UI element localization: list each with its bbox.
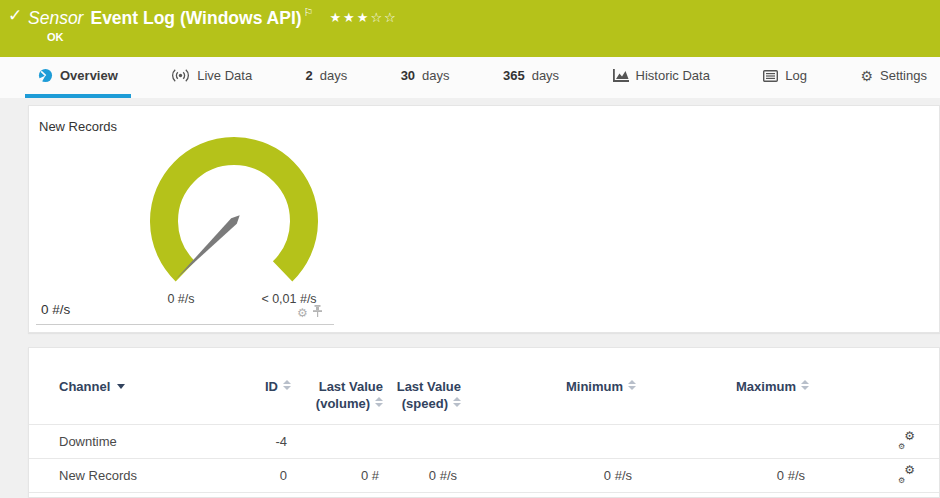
column-header-maximum[interactable]: Maximum [636,376,809,425]
column-header-actions [809,376,939,425]
stars-filled: ★★★ [329,10,370,25]
gauge-icon [38,68,53,83]
tab-live-data[interactable]: Live Data [158,57,265,98]
column-header-id[interactable]: ID [239,376,291,425]
gear-icon: ⚙ [860,68,873,84]
broadcast-icon [171,69,190,82]
gauge-title: New Records [39,119,117,134]
column-label: Channel [59,379,110,394]
tab-historic-data[interactable]: Historic Data [600,57,723,98]
column-header-minimum[interactable]: Minimum [461,376,636,425]
tab-bar: Overview Live Data 2 days 30 days 365 da… [0,57,940,98]
sort-desc-icon [117,384,125,389]
prtg-sensor-page: ✓ SensorEvent Log (Windows API)⚐★★★☆☆ OK… [0,0,940,498]
tab-label: days [422,68,449,83]
page-title: Event Log (Windows API) [90,8,301,28]
cell-actions: ⚙⚙ [809,425,939,459]
tab-label: Settings [880,68,927,83]
channel-table-panel: Channel ID Last Value (volume) Last Valu… [28,347,940,498]
cell-maximum: 0 #/s [636,459,809,493]
cell-id: 0 [239,459,291,493]
tab-label: Overview [60,68,118,83]
tab-label: days [532,68,559,83]
tab-number: 2 [306,68,313,83]
column-label: (volume) [316,396,370,411]
sensor-kind-label: Sensor [28,8,83,28]
table-row-new-records[interactable]: New Records 0 0 # 0 #/s 0 #/s 0 #/s ⚙⚙ [29,459,939,493]
tab-2-days[interactable]: 2 days [293,57,361,98]
tab-log[interactable]: Log [750,57,820,98]
sort-icon [375,397,383,407]
cell-last-value-volume [291,425,383,459]
cell-last-value-volume: 0 # [291,459,383,493]
gauge-chart [139,136,329,298]
pin-icon[interactable] [312,304,323,322]
column-label: Maximum [736,379,796,394]
column-label: Last Value [319,379,383,394]
cell-maximum [636,425,809,459]
column-label: Last Value [397,379,461,394]
status-check-icon: ✓ [8,5,22,26]
channel-settings-gears-icon[interactable]: ⚙⚙ [898,467,915,482]
channel-table: Channel ID Last Value (volume) Last Valu… [29,376,939,493]
star-rating[interactable]: ★★★☆☆ [329,10,397,25]
list-icon [763,70,778,82]
gauge-settings-gear-icon[interactable]: ⚙ [297,307,308,319]
tab-30-days[interactable]: 30 days [388,57,463,98]
sensor-header: ✓ SensorEvent Log (Windows API)⚐★★★☆☆ OK [0,0,940,57]
gauge-divider [36,324,334,325]
column-label: Minimum [566,379,623,394]
stars-empty: ☆☆ [370,10,397,25]
sort-icon [628,380,636,390]
tab-label: days [320,68,347,83]
gauge-toolbar: ⚙ [297,304,323,322]
channel-name[interactable]: Downtime [29,425,239,459]
gauge-needle [176,215,240,279]
column-header-channel[interactable]: Channel [29,376,239,425]
column-header-last-value-speed[interactable]: Last Value (speed) [383,376,461,425]
status-badge: OK [47,31,64,43]
sort-icon [801,380,809,390]
cell-id: -4 [239,425,291,459]
channel-settings-gears-icon[interactable]: ⚙⚙ [898,433,915,448]
column-label: (speed) [402,396,448,411]
tab-overview[interactable]: Overview [25,57,131,98]
sensor-title-line: SensorEvent Log (Windows API)⚐★★★☆☆ [28,6,398,29]
cell-actions: ⚙⚙ [809,459,939,493]
tab-number: 365 [503,68,525,83]
gauge-current-value: 0 #/s [41,302,70,317]
cell-last-value-speed: 0 #/s [383,459,461,493]
tab-number: 30 [401,68,415,83]
table-header-row: Channel ID Last Value (volume) Last Valu… [29,376,939,425]
cell-last-value-speed [383,425,461,459]
gauge-panel: New Records 0 #/s < 0,01 #/s 0 #/s ⚙ [28,105,940,333]
gauge-min-label: 0 #/s [167,292,194,306]
tab-365-days[interactable]: 365 days [490,57,572,98]
cell-minimum [461,425,636,459]
column-label: ID [265,379,278,394]
tab-label: Live Data [197,68,252,83]
tab-settings[interactable]: ⚙ Settings [847,57,940,98]
table-row-downtime[interactable]: Downtime -4 ⚙⚙ [29,425,939,459]
sort-icon [453,397,461,407]
flag-icon[interactable]: ⚐ [304,6,314,18]
sort-icon [283,380,291,390]
column-header-last-value-volume[interactable]: Last Value (volume) [291,376,383,425]
channel-name[interactable]: New Records [29,459,239,493]
tab-label: Log [785,68,807,83]
cell-minimum: 0 #/s [461,459,636,493]
chart-icon [613,69,629,82]
tab-label: Historic Data [636,68,710,83]
